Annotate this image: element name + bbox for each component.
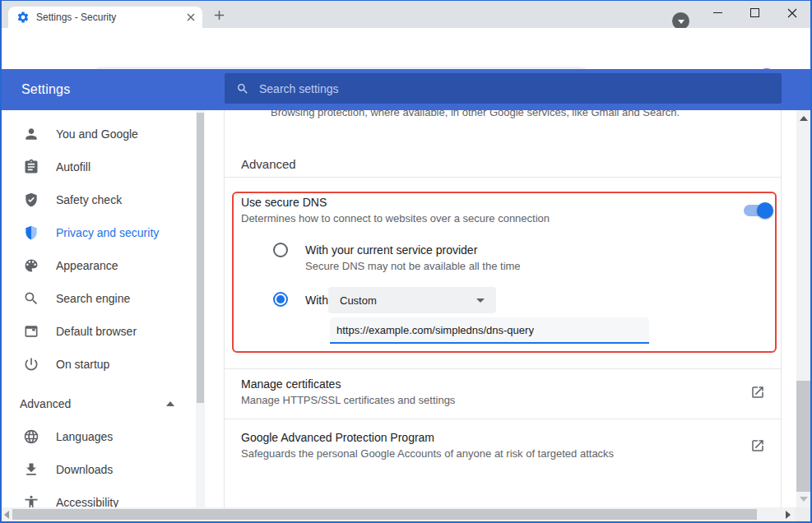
browser-window-icon xyxy=(23,323,39,340)
radio-with-label: With xyxy=(305,294,328,307)
page-title: Settings xyxy=(21,82,70,97)
scrollbar-corner xyxy=(795,507,810,521)
browser-toolbar: Chrome chrome://settings/security S V J xyxy=(0,28,812,69)
tab-title: Settings - Security xyxy=(36,12,184,23)
divider xyxy=(225,368,781,369)
chevron-down-icon xyxy=(678,20,684,24)
tab-settings-security[interactable]: Settings - Security xyxy=(8,7,202,28)
search-icon xyxy=(236,82,249,95)
radio-current-provider-label: With your current service provider xyxy=(305,243,477,257)
custom-dns-url-input[interactable] xyxy=(330,317,649,344)
tab-search-button[interactable] xyxy=(672,12,689,30)
search-settings-input[interactable] xyxy=(259,82,588,95)
sidebar-item-default-browser[interactable]: Default browser xyxy=(0,315,196,348)
caret-up-icon xyxy=(166,401,174,406)
clipped-description-text: Browsing protection, where available, in… xyxy=(271,110,680,118)
scroll-down-arrow-icon[interactable] xyxy=(800,497,808,502)
minimize-button[interactable] xyxy=(699,1,736,25)
scroll-right-arrow-icon[interactable] xyxy=(786,511,791,519)
minimize-icon xyxy=(713,12,722,13)
radio-current-provider-sublabel: Secure DNS may not be available all the … xyxy=(305,260,521,272)
person-icon xyxy=(23,126,39,142)
manage-certificates-title: Manage certificates xyxy=(241,377,341,391)
window-controls xyxy=(699,1,810,25)
sidebar-scrollbar-thumb[interactable] xyxy=(197,113,204,403)
radio-with-custom[interactable] xyxy=(273,292,288,307)
advanced-protection-subtitle: Safeguards the personal Google Accounts … xyxy=(241,447,614,460)
page-vertical-scrollbar[interactable] xyxy=(796,110,810,507)
sidebar-item-languages[interactable]: Languages xyxy=(0,420,196,453)
security-settings-card: Browsing protection, where available, in… xyxy=(224,110,782,507)
divider xyxy=(225,177,781,178)
radio-current-service-provider[interactable] xyxy=(273,243,288,257)
new-tab-button[interactable] xyxy=(212,8,226,22)
page-horizontal-scrollbar[interactable] xyxy=(0,507,795,521)
divider xyxy=(225,419,781,419)
search-settings-box[interactable] xyxy=(225,73,782,104)
sidebar-item-appearance[interactable]: Appearance xyxy=(0,249,196,282)
globe-icon xyxy=(23,428,39,445)
dropdown-caret-icon xyxy=(476,299,485,303)
maximize-icon xyxy=(750,8,759,17)
sidebar-item-safety-check[interactable]: Safety check xyxy=(0,183,196,216)
sidebar-item-on-startup[interactable]: On startup xyxy=(0,348,196,381)
dns-provider-dropdown[interactable]: Custom xyxy=(328,287,496,313)
download-icon xyxy=(23,461,39,478)
power-icon xyxy=(23,356,39,373)
shield-check-icon xyxy=(23,192,39,208)
close-icon xyxy=(787,8,797,18)
vertical-scrollbar-thumb[interactable] xyxy=(796,381,810,492)
clipboard-icon xyxy=(23,159,39,175)
sidebar-item-accessibility[interactable]: Accessibility xyxy=(0,486,196,507)
sidebar-scrollbar[interactable] xyxy=(196,110,205,507)
dropdown-selected-value: Custom xyxy=(340,294,377,307)
secure-dns-toggle[interactable] xyxy=(744,205,772,216)
magnifier-icon xyxy=(23,290,39,307)
settings-sidebar: You and Google Autofill Safety check Pri… xyxy=(0,110,196,507)
scroll-left-arrow-icon[interactable] xyxy=(4,511,9,519)
sidebar-item-autofill[interactable]: Autofill xyxy=(0,150,196,183)
sidebar-item-privacy-and-security[interactable]: Privacy and security xyxy=(0,216,196,249)
advanced-section-heading: Advanced xyxy=(241,157,296,171)
close-button[interactable] xyxy=(773,1,810,25)
settings-gear-favicon-icon xyxy=(16,11,30,24)
palette-icon xyxy=(23,257,39,274)
sidebar-item-you-and-google[interactable]: You and Google xyxy=(0,118,196,150)
advanced-protection-title: Google Advanced Protection Program xyxy=(241,431,434,444)
sidebar-item-search-engine[interactable]: Search engine xyxy=(0,282,196,315)
toggle-knob xyxy=(757,202,773,219)
external-link-icon[interactable] xyxy=(750,438,765,453)
sidebar-item-downloads[interactable]: Downloads xyxy=(0,453,196,486)
accessibility-icon xyxy=(23,494,39,507)
horizontal-scrollbar-thumb[interactable] xyxy=(12,509,757,520)
secure-dns-title: Use secure DNS xyxy=(241,196,327,209)
secure-dns-subtitle: Determines how to connect to websites ov… xyxy=(241,212,550,224)
sidebar-advanced-toggle[interactable]: Advanced xyxy=(0,387,196,420)
external-link-icon[interactable] xyxy=(750,385,765,400)
maximize-button[interactable] xyxy=(736,1,773,25)
shield-half-icon xyxy=(23,224,39,241)
tab-strip: Settings - Security xyxy=(0,0,812,28)
settings-main: You and Google Autofill Safety check Pri… xyxy=(0,110,812,507)
browser-window: Settings - Security Chrome chrome://sett… xyxy=(0,0,812,523)
manage-certificates-subtitle: Manage HTTPS/SSL certificates and settin… xyxy=(241,394,455,406)
scroll-up-arrow-icon[interactable] xyxy=(800,116,808,121)
tab-close-icon[interactable] xyxy=(184,11,197,24)
